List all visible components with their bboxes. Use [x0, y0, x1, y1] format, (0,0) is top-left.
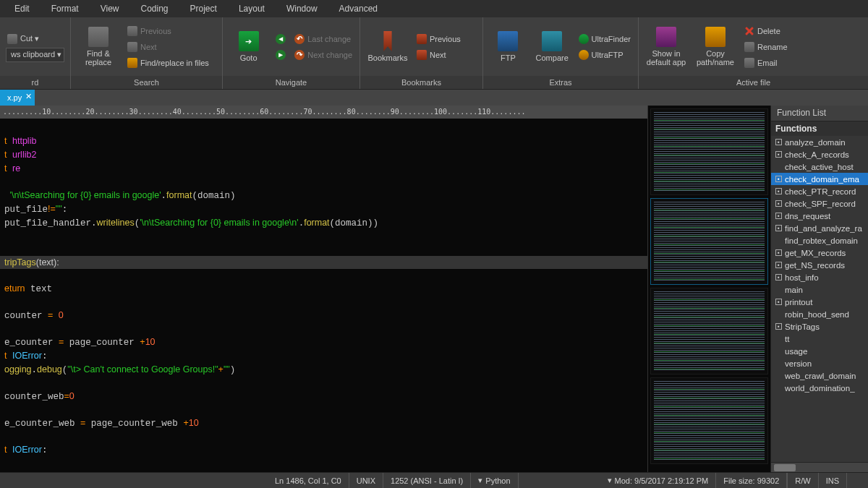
function-name: main — [785, 286, 803, 294]
menu-bar: Edit Format View Coding Project Layout W… — [0, 0, 868, 17]
ultraftp-button[interactable]: UltraFTP — [577, 48, 632, 62]
function-list-item[interactable]: ▪check_SPF_record — [771, 197, 868, 210]
function-list-item[interactable]: tt — [771, 333, 868, 345]
h-scrollbar[interactable] — [771, 462, 868, 472]
goto-button[interactable]: ➔ Goto — [229, 22, 268, 72]
function-name: find_robtex_domain — [785, 236, 858, 245]
cut-button[interactable]: Cut ▾ — [6, 32, 64, 46]
function-name: find_and_analyze_ra — [785, 224, 862, 233]
compare-button[interactable]: Compare — [533, 22, 571, 72]
previous-button[interactable]: Previous — [126, 24, 210, 38]
function-name: check_domain_ema — [785, 175, 859, 184]
function-list-item[interactable]: ▪check_A_records — [771, 148, 868, 160]
function-list[interactable]: ▪analyze_domain▪check_A_recordscheck_act… — [771, 136, 868, 462]
function-list-item[interactable]: ▪analyze_domain — [771, 136, 868, 148]
binoculars-icon — [88, 27, 109, 47]
minimap-section[interactable] — [650, 108, 768, 195]
function-name: get_NS_records — [785, 261, 845, 270]
function-list-item[interactable]: version — [771, 357, 868, 369]
next-change-button[interactable]: ↷Next change — [293, 48, 354, 62]
function-name: dns_request — [785, 212, 830, 221]
menu-item[interactable]: Advanced — [329, 2, 388, 15]
minimap-section[interactable] — [650, 288, 768, 374]
menu-item[interactable]: Format — [41, 2, 89, 15]
menu-item[interactable]: View — [90, 2, 129, 15]
function-list-panel: Function List Functions ▪analyze_domain▪… — [770, 106, 868, 472]
back-button[interactable]: ◄ — [274, 32, 287, 46]
expand-box-icon[interactable]: ▪ — [775, 274, 782, 281]
function-list-item[interactable]: find_robtex_domain — [771, 234, 868, 247]
email-button[interactable]: Email — [743, 56, 789, 70]
code-area[interactable]: t httplib t urllib2 t re '\n\tSearching … — [0, 119, 647, 472]
bookmark-icon — [378, 31, 398, 51]
forward-button[interactable]: ► — [274, 48, 287, 62]
group-caption: Extras — [483, 76, 638, 89]
menu-item[interactable]: Window — [276, 2, 328, 15]
undo-arrow-icon: ↶ — [294, 34, 305, 44]
minimap[interactable] — [647, 106, 770, 472]
function-list-item[interactable]: ▪StripTags — [771, 320, 868, 333]
function-list-item[interactable]: main — [771, 283, 868, 296]
status-language[interactable]: ▾Python — [471, 473, 518, 488]
function-list-item[interactable]: ▪find_and_analyze_ra — [771, 222, 868, 234]
expand-box-icon[interactable]: ▪ — [775, 323, 782, 330]
rename-button[interactable]: Rename — [743, 40, 789, 54]
next-button[interactable]: Next — [126, 40, 210, 54]
function-list-item[interactable]: ▪get_NS_records — [771, 259, 868, 271]
bookmark-previous-button[interactable]: Previous — [415, 32, 462, 46]
bookmark-next-button[interactable]: Next — [415, 48, 462, 62]
file-tab[interactable]: x.py ✕ — [0, 90, 35, 106]
function-name: version — [785, 359, 812, 368]
find-replace-button[interactable]: Find & replace — [77, 22, 120, 72]
function-list-item[interactable]: ▪check_domain_ema — [771, 173, 868, 185]
editor[interactable]: .........10........20........30........4… — [0, 106, 647, 472]
delete-button[interactable]: Delete — [743, 24, 789, 38]
status-bar: Ln 1486, Col 1, C0 UNIX 1252 (ANSI - Lat… — [0, 472, 868, 488]
function-list-item[interactable]: usage — [771, 345, 868, 357]
close-tab-icon[interactable]: ✕ — [25, 92, 32, 101]
menu-item[interactable]: Layout — [229, 2, 275, 15]
menu-item[interactable]: Edit — [4, 2, 40, 15]
status-encoding[interactable]: 1252 (ANSI - Latin I) — [383, 473, 471, 488]
expand-box-icon[interactable]: ▪ — [775, 151, 782, 158]
minimap-section[interactable] — [650, 198, 768, 285]
function-list-item[interactable]: ▪dns_request — [771, 210, 868, 222]
expand-box-icon[interactable]: ▪ — [775, 213, 782, 219]
scissors-icon — [7, 34, 17, 44]
expand-box-icon[interactable]: ▪ — [775, 188, 782, 194]
find-in-files-button[interactable]: Find/replace in files — [126, 56, 210, 70]
function-list-item[interactable]: world_domination_ — [771, 382, 868, 394]
function-list-item[interactable]: ▪host_info — [771, 271, 868, 283]
expand-box-icon[interactable]: ▪ — [775, 262, 782, 268]
expand-box-icon[interactable]: ▪ — [775, 139, 782, 145]
function-list-item[interactable]: ▪get_MX_records — [771, 247, 868, 259]
file-tab-label: x.py — [7, 93, 22, 102]
bookmarks-button[interactable]: Bookmarks — [366, 22, 409, 72]
clipboard-dropdown[interactable]: ws clipboard ▾ — [6, 48, 64, 62]
status-eol[interactable]: UNIX — [349, 473, 383, 488]
status-ins[interactable]: INS — [818, 473, 846, 488]
function-name: check_A_records — [785, 150, 849, 159]
function-name: tt — [785, 335, 789, 343]
copy-path-button[interactable]: Copy path/name — [694, 22, 737, 72]
ftp-button[interactable]: FTP — [489, 22, 527, 72]
show-in-default-app-button[interactable]: Show in default app — [644, 22, 688, 72]
expand-box-icon[interactable]: ▪ — [775, 176, 782, 182]
expand-box-icon[interactable]: ▪ — [775, 200, 782, 207]
function-list-item[interactable]: robin_hood_send — [771, 308, 868, 320]
last-change-button[interactable]: ↶Last change — [293, 32, 354, 46]
function-list-item[interactable]: web_crawl_domain — [771, 369, 868, 382]
expand-box-icon[interactable]: ▪ — [775, 225, 782, 231]
expand-box-icon[interactable]: ▪ — [775, 249, 782, 256]
status-rw[interactable]: R/W — [787, 473, 817, 488]
function-list-item[interactable]: ▪printout — [771, 296, 868, 308]
scroll-thumb[interactable] — [774, 464, 796, 471]
ultrafinder-button[interactable]: UltraFinder — [577, 32, 632, 46]
expand-box-icon[interactable]: ▪ — [775, 299, 782, 305]
minimap-section[interactable] — [650, 377, 768, 464]
app-window-icon — [656, 27, 676, 47]
function-list-item[interactable]: check_active_host — [771, 160, 868, 173]
menu-item[interactable]: Coding — [131, 2, 179, 15]
function-list-item[interactable]: ▪check_PTR_record — [771, 185, 868, 197]
menu-item[interactable]: Project — [180, 2, 227, 15]
